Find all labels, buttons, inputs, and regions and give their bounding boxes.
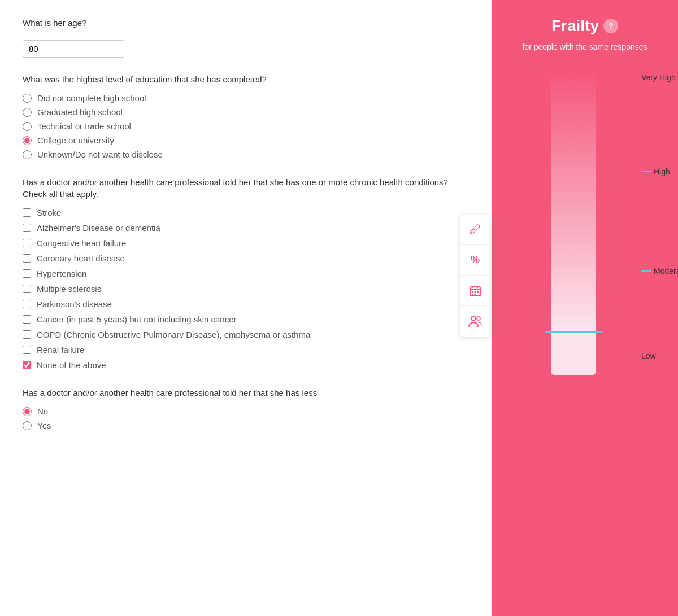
less-conditions-label-1: Yes xyxy=(37,421,51,430)
frailty-marker xyxy=(545,331,602,333)
condition-label-2: Congestive heart failure xyxy=(37,238,126,248)
education-option-4: Unknown/Do not want to disclose xyxy=(23,150,469,159)
education-option-1: Graduated high school xyxy=(23,107,469,117)
age-section: What is her age? xyxy=(23,17,469,58)
condition-checkbox-6[interactable] xyxy=(23,300,31,308)
svg-point-10 xyxy=(477,317,480,320)
condition-checkbox-2[interactable] xyxy=(23,239,31,247)
condition-option-1: Alzheimer's Disease or dementia xyxy=(23,223,469,233)
frailty-title-text: Frailty xyxy=(551,17,599,35)
condition-label-9: Renal failure xyxy=(37,345,84,355)
svg-rect-6 xyxy=(477,291,479,293)
svg-rect-7 xyxy=(472,294,473,295)
condition-checkbox-10[interactable] xyxy=(23,361,31,369)
education-label-0: Did not complete high school xyxy=(37,93,146,103)
education-label-2: Technical or trade school xyxy=(37,121,131,131)
less-conditions-question: Has a doctor and/or another health care … xyxy=(23,387,469,399)
level-high: High xyxy=(641,167,670,176)
age-input[interactable] xyxy=(23,40,124,58)
less-conditions-section: Has a doctor and/or another health care … xyxy=(23,387,469,430)
condition-label-3: Coronary heart disease xyxy=(37,254,125,263)
condition-option-9: Renal failure xyxy=(23,345,469,355)
education-label-1: Graduated high school xyxy=(37,107,123,117)
condition-checkbox-5[interactable] xyxy=(23,285,31,293)
side-toolbar: 🖊 % xyxy=(460,215,490,337)
education-label-4: Unknown/Do not want to disclose xyxy=(37,150,163,159)
condition-option-5: Multiple sclerosis xyxy=(23,284,469,294)
condition-label-0: Stroke xyxy=(37,208,61,217)
right-panel: 🖊 % Frailty ? xyxy=(492,0,678,616)
education-option-2: Technical or trade school xyxy=(23,121,469,131)
level-moderate: Moderate xyxy=(641,267,678,276)
less-conditions-radio-group: NoYes xyxy=(23,407,469,430)
svg-rect-8 xyxy=(475,294,476,295)
condition-label-6: Parkinson's disease xyxy=(37,299,112,309)
education-radio-4[interactable] xyxy=(23,150,32,159)
frailty-subtitle: for people with the same responses xyxy=(522,42,647,53)
frailty-bar xyxy=(551,70,596,375)
condition-option-2: Congestive heart failure xyxy=(23,238,469,248)
level-very-high: Very High xyxy=(641,73,676,82)
frailty-help-icon[interactable]: ? xyxy=(603,19,618,33)
education-radio-2[interactable] xyxy=(23,122,32,131)
education-radio-group: Did not complete high schoolGraduated hi… xyxy=(23,93,469,159)
left-panel: What is her age? What was the highest le… xyxy=(0,0,492,616)
chronic-conditions-section: Has a doctor and/or another health care … xyxy=(23,176,469,370)
percent-toolbar-button[interactable]: % xyxy=(460,245,490,276)
chronic-conditions-checkbox-group: StrokeAlzheimer's Disease or dementiaCon… xyxy=(23,208,469,370)
condition-checkbox-3[interactable] xyxy=(23,254,31,263)
condition-label-5: Multiple sclerosis xyxy=(37,284,101,294)
less-conditions-option-0: No xyxy=(23,407,469,416)
condition-label-4: Hypertension xyxy=(37,269,86,278)
frailty-chart: Very High High Moderate Low xyxy=(534,70,636,375)
condition-option-3: Coronary heart disease xyxy=(23,254,469,263)
condition-option-4: Hypertension xyxy=(23,269,469,278)
condition-checkbox-7[interactable] xyxy=(23,315,31,324)
less-conditions-radio-0[interactable] xyxy=(23,407,32,416)
education-radio-0[interactable] xyxy=(23,94,32,103)
condition-option-0: Stroke xyxy=(23,208,469,217)
condition-label-7: Cancer (in past 5 years) but not includi… xyxy=(37,314,237,324)
less-conditions-label-0: No xyxy=(37,407,48,416)
condition-option-6: Parkinson's disease xyxy=(23,299,469,309)
education-section: What was the highest level of education … xyxy=(23,73,469,159)
chronic-conditions-question: Has a doctor and/or another health care … xyxy=(23,176,469,200)
education-label-3: College or university xyxy=(37,136,114,145)
less-conditions-radio-1[interactable] xyxy=(23,421,32,430)
frailty-title: Frailty ? xyxy=(551,17,618,35)
svg-point-9 xyxy=(471,316,476,321)
condition-label-8: COPD (Chronic Obstructive Pulmonary Dise… xyxy=(37,330,310,339)
less-conditions-option-1: Yes xyxy=(23,421,469,430)
condition-label-1: Alzheimer's Disease or dementia xyxy=(37,223,160,233)
edit-toolbar-button[interactable]: 🖊 xyxy=(460,215,490,245)
condition-checkbox-0[interactable] xyxy=(23,208,31,217)
svg-rect-5 xyxy=(475,291,476,293)
calendar-toolbar-button[interactable] xyxy=(460,276,490,306)
condition-option-7: Cancer (in past 5 years) but not includi… xyxy=(23,314,469,324)
condition-checkbox-8[interactable] xyxy=(23,330,31,339)
condition-checkbox-9[interactable] xyxy=(23,346,31,354)
education-option-3: College or university xyxy=(23,136,469,145)
education-radio-3[interactable] xyxy=(23,136,32,145)
condition-checkbox-1[interactable] xyxy=(23,224,31,232)
level-low: Low xyxy=(641,351,656,360)
education-question: What was the highest level of education … xyxy=(23,73,469,85)
svg-rect-4 xyxy=(472,291,473,293)
people-toolbar-button[interactable] xyxy=(460,306,490,337)
age-question: What is her age? xyxy=(23,17,469,29)
condition-checkbox-4[interactable] xyxy=(23,269,31,278)
education-option-0: Did not complete high school xyxy=(23,93,469,103)
education-radio-1[interactable] xyxy=(23,108,32,117)
condition-label-10: None of the above xyxy=(37,360,106,370)
condition-option-10: None of the above xyxy=(23,360,469,370)
condition-option-8: COPD (Chronic Obstructive Pulmonary Dise… xyxy=(23,330,469,339)
